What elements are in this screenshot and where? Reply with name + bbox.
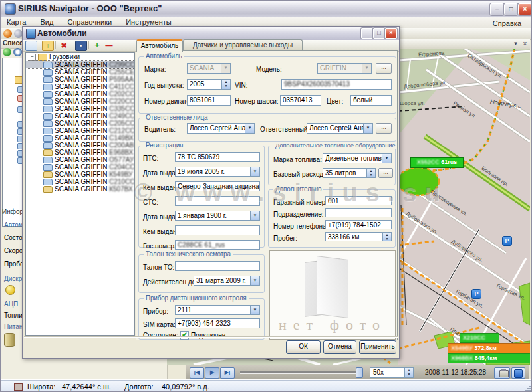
driver-combo[interactable]: Лосев Сергей Анатоль▼ xyxy=(187,123,255,134)
eye-icon[interactable] xyxy=(13,48,22,56)
speed-spinner[interactable]: 50x▲▼ xyxy=(370,367,414,378)
valid-until-picker[interactable]: 31 марта 2009 г.▼ xyxy=(194,276,260,286)
vin-field[interactable]: 9BSP4X26003570413 xyxy=(281,79,392,90)
sts-issuer-field[interactable] xyxy=(175,225,260,235)
compass-icon[interactable] xyxy=(3,29,12,38)
menu-help[interactable]: Справка xyxy=(487,18,527,27)
apply-button[interactable]: Применить xyxy=(359,340,396,354)
tree-item[interactable]: SCANIA GRIFFIN С255СЕ 61rus xyxy=(26,68,134,76)
connected-checkbox[interactable]: ✔ xyxy=(180,331,189,340)
playback-track[interactable] xyxy=(240,371,360,374)
dialog-minimize-button[interactable]: – xyxy=(361,28,373,39)
restore-button[interactable]: □ xyxy=(504,3,518,15)
close-panel-icon[interactable]: × xyxy=(521,40,529,47)
route-label[interactable]: Х549ВУ 372,8км xyxy=(448,343,530,353)
menu-map[interactable]: Карта xyxy=(1,17,32,26)
menu-view[interactable]: Вид xyxy=(35,17,60,26)
folder-up-icon[interactable]: ↑ xyxy=(42,41,54,51)
tree-item-label: 61rus xyxy=(134,76,135,83)
collapse-icon[interactable]: ▼ xyxy=(511,40,520,47)
route-label[interactable]: Х210СС xyxy=(460,333,499,343)
sim-field[interactable]: +7(903) 454-2323 xyxy=(175,318,260,328)
dialog-title-bar[interactable]: Автомобили – □ × xyxy=(23,27,399,41)
title-bar[interactable]: SIRIUS Navigator - ООО "Вертекс" – □ × xyxy=(1,1,532,17)
device-combo[interactable]: 2111▼ xyxy=(175,305,260,315)
skip-back-button[interactable]: |◀ xyxy=(190,367,204,379)
sts-field[interactable] xyxy=(175,196,260,206)
remove-icon[interactable]: — xyxy=(104,41,114,50)
tree-item[interactable]: SCANIA GRIFFIN С299СС 61rus xyxy=(26,61,134,68)
phone-field[interactable]: +7(919) 784-1502 xyxy=(325,220,392,229)
consumption-spinner[interactable]: 35 литров▲▼ xyxy=(323,168,376,178)
tree-item[interactable]: SCANIA GRIFFIN С212СС 61rus xyxy=(26,127,134,134)
tree-item[interactable]: SCANIA GRIFFIN Е968ВХ 161rus xyxy=(26,149,134,156)
truck-icon xyxy=(43,171,53,178)
collapse-expander-icon[interactable]: − xyxy=(29,54,36,61)
tree-item[interactable]: SCANIA GRIFFIN Р595АА 61rus xyxy=(26,76,134,83)
sim-label: SIM карта: xyxy=(143,321,176,328)
tree-item[interactable]: SCANIA GRIFFIN О577АУ 61rus xyxy=(26,156,134,163)
print-button[interactable] xyxy=(494,367,510,379)
parking-icon[interactable]: P xyxy=(471,289,481,299)
sts-date-picker[interactable]: 1 января 1900 г.▼ xyxy=(175,211,260,221)
delete-icon[interactable]: ✖ xyxy=(59,41,69,50)
playback-slider-handle[interactable] xyxy=(356,367,363,378)
menu-directories[interactable]: Справочники xyxy=(61,17,118,26)
garage-field[interactable]: 001 xyxy=(325,196,392,205)
tree-item[interactable]: SCANIA GRIFFIN С249СС 61rus xyxy=(26,112,134,120)
latitude-label: Широта: xyxy=(27,383,55,391)
truck-icon xyxy=(43,113,53,120)
tree-root[interactable]: −Грузовики xyxy=(26,53,134,61)
tab-vehicle[interactable]: Автомобиль xyxy=(136,39,183,52)
tree-item[interactable]: SCANIA GRIFFIN С210СС 61rus xyxy=(26,178,134,185)
menu-tools[interactable]: Инструменты xyxy=(120,17,178,26)
minimize-button[interactable]: – xyxy=(490,3,504,15)
dialog-close-button[interactable]: × xyxy=(385,28,397,39)
save-icon[interactable]: ▪ xyxy=(75,41,87,51)
fuel-brand-combo[interactable]: Дизельное топливо▼ xyxy=(323,153,392,163)
tree-item[interactable]: SCANIA GRIFFIN С202СС 61rus xyxy=(26,90,134,98)
tree-item-label: С210СС xyxy=(109,178,134,185)
tree-item[interactable]: SCANIA GRIFFIN С149ВХ 161rus xyxy=(26,134,134,142)
model-browse-button[interactable]: ... xyxy=(376,63,392,74)
chassis-field[interactable]: 03570413 xyxy=(280,95,321,106)
tree-item[interactable]: SCANIA GRIFFIN К549ВУ 161rus xyxy=(26,171,134,178)
tree-item[interactable]: SCANIA GRIFFIN С204СС 61rus xyxy=(26,163,134,171)
pts-label: ПТС: xyxy=(143,155,158,162)
vehicle-card-icon[interactable] xyxy=(25,41,37,51)
play-button[interactable]: ▶ xyxy=(205,367,219,379)
cancel-button[interactable]: Отмена xyxy=(323,340,356,354)
vehicle-tree[interactable]: −Грузовики SCANIA GRIFFIN С299СС 61rusSC… xyxy=(25,52,135,336)
division-field[interactable] xyxy=(325,208,392,217)
color-field[interactable]: белый xyxy=(350,95,392,106)
pts-issuer-field[interactable]: Северо-Западная акцизная т xyxy=(175,181,260,191)
pts-field[interactable]: 78 ТС 850679 xyxy=(175,152,260,162)
tree-item[interactable]: SCANIA GRIFFIN С205СС 61rus xyxy=(26,120,134,127)
tree-item[interactable]: SCANIA GRIFFIN С411СС 61rus xyxy=(26,83,134,90)
pts-date-picker[interactable]: 19 июля 2005 г.▼ xyxy=(175,167,260,177)
parking-icon[interactable]: P xyxy=(502,236,512,246)
dialog-restore-button[interactable]: □ xyxy=(373,28,385,39)
engine-field[interactable]: 8051061 xyxy=(187,95,231,106)
year-spinner[interactable]: 2005▲▼ xyxy=(187,79,231,90)
tree-item[interactable]: SCANIA GRIFFIN К507ВХ 161rus xyxy=(26,185,134,193)
tab-sensors[interactable]: Датчики и управляемые выходы xyxy=(183,39,303,50)
consumption-browse-button[interactable]: ... xyxy=(378,168,393,178)
tree-item[interactable]: SCANIA GRIFFIN С200АВ 61rus xyxy=(26,142,134,149)
ok-button[interactable]: ОК xyxy=(286,340,321,354)
route-label[interactable]: Х968ВХ 845,4км xyxy=(448,353,530,363)
globe-icon[interactable] xyxy=(3,48,11,56)
mileage-spinner[interactable]: 338166 км▲▼ xyxy=(325,232,392,241)
tree-item[interactable]: SCANIA GRIFFIN С335СС 61rus xyxy=(26,105,134,112)
close-button[interactable]: × xyxy=(518,3,532,15)
truck-icon xyxy=(43,84,53,90)
responsible-combo[interactable]: Лосев Сергей Анатоль▼ xyxy=(307,123,373,134)
map-view-button[interactable] xyxy=(511,367,525,379)
inspection-ticket-field[interactable] xyxy=(175,261,260,271)
vehicle-map-label[interactable]: Х552СС 61rus xyxy=(410,157,464,168)
add-icon[interactable]: + xyxy=(92,41,102,50)
persons-browse-button[interactable]: ... xyxy=(376,123,392,134)
skip-forward-button[interactable]: ▶| xyxy=(220,367,235,379)
tree-item[interactable]: SCANIA GRIFFIN С220СС 61rus xyxy=(26,98,134,105)
gos-number-field[interactable]: С288СЕ 61_rus xyxy=(175,240,260,250)
